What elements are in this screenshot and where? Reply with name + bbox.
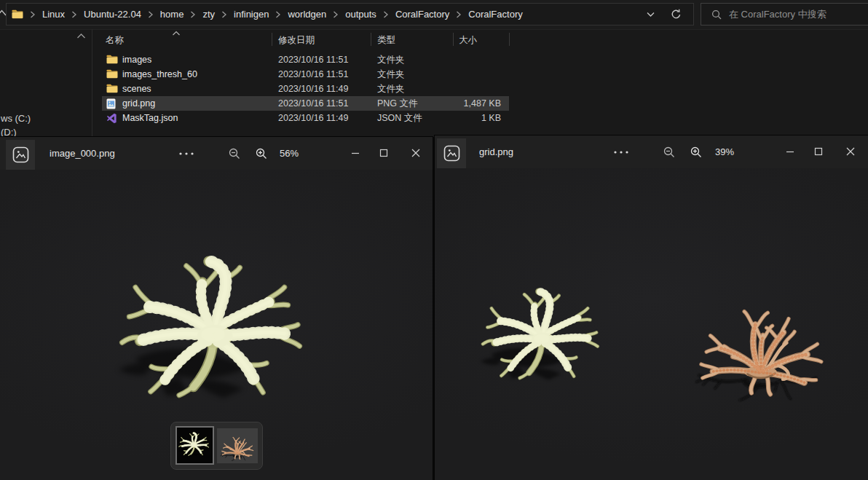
thumbnail-coral-tan bbox=[217, 428, 258, 463]
maximize-icon bbox=[379, 149, 388, 157]
chevron-down-icon[interactable] bbox=[647, 12, 655, 17]
breadcrumb-item[interactable]: infinigen bbox=[231, 9, 272, 20]
breadcrumb-item[interactable]: Linux bbox=[39, 9, 68, 20]
chevron-right-icon[interactable] bbox=[26, 11, 39, 18]
breadcrumb-item[interactable]: zty bbox=[200, 9, 218, 20]
breadcrumb: Linux Ubuntu-22.04 home zty infinigen wo… bbox=[6, 3, 694, 25]
minimize-icon bbox=[786, 147, 794, 156]
close-button[interactable] bbox=[840, 142, 861, 161]
file-name: grid.png bbox=[122, 98, 155, 109]
file-date: 2023/10/16 11:51 bbox=[278, 55, 348, 65]
file-type: PNG 文件 bbox=[377, 98, 418, 110]
file-size: 1,487 KB bbox=[450, 98, 501, 109]
chevron-right-icon[interactable] bbox=[218, 11, 231, 18]
sidebar-item-drive-c[interactable]: ws (C:) bbox=[1, 113, 31, 124]
file-type: 文件夹 bbox=[377, 54, 405, 66]
column-separator[interactable] bbox=[453, 33, 454, 46]
folder-icon[interactable] bbox=[12, 9, 23, 19]
file-date: 2023/10/16 11:51 bbox=[278, 69, 348, 79]
chevron-right-icon[interactable] bbox=[329, 11, 342, 18]
chevron-right-icon[interactable] bbox=[68, 11, 81, 18]
breadcrumb-item[interactable]: home bbox=[157, 9, 187, 20]
file-row-images[interactable]: images 2023/10/16 11:51 文件夹 bbox=[102, 52, 509, 67]
zoom-level: 39% bbox=[715, 146, 734, 157]
maximize-button[interactable] bbox=[373, 143, 395, 162]
chevron-right-icon[interactable] bbox=[452, 11, 465, 18]
sidebar-item-drive-d[interactable]: (D:) bbox=[1, 127, 17, 138]
column-separator[interactable] bbox=[272, 33, 272, 46]
refresh-icon[interactable] bbox=[671, 9, 682, 20]
viewer-title-bar: grid.png 39% bbox=[435, 135, 868, 168]
chevron-right-icon[interactable] bbox=[272, 11, 285, 18]
photos-app-icon bbox=[12, 146, 29, 163]
file-type: 文件夹 bbox=[377, 68, 405, 81]
chevron-right-icon[interactable] bbox=[379, 11, 392, 18]
maximize-icon bbox=[814, 147, 823, 156]
photos-app-icon bbox=[443, 145, 460, 162]
filmstrip bbox=[170, 422, 263, 470]
file-row-grid-png[interactable]: grid.png 2023/10/16 11:51 PNG 文件 1,487 K… bbox=[102, 96, 509, 111]
minimize-icon bbox=[351, 149, 360, 157]
json-file-icon bbox=[106, 113, 117, 124]
minimize-button[interactable] bbox=[344, 143, 366, 162]
sort-ascending-icon bbox=[172, 31, 181, 36]
folder-icon bbox=[106, 55, 118, 64]
viewer-title: grid.png bbox=[479, 146, 513, 157]
explorer-address-bar: Linux Ubuntu-22.04 home zty infinigen wo… bbox=[0, 0, 868, 30]
search-input[interactable]: 在 CoralFactory 中搜索 bbox=[701, 3, 868, 25]
breadcrumb-item[interactable]: CoralFactory bbox=[465, 9, 525, 20]
coral-image-tan bbox=[682, 276, 839, 411]
column-header-date[interactable]: 修改日期 bbox=[278, 34, 315, 47]
maximize-button[interactable] bbox=[808, 142, 829, 161]
close-button[interactable] bbox=[405, 143, 427, 162]
folder-icon bbox=[106, 69, 118, 79]
photos-app-button[interactable] bbox=[437, 138, 466, 168]
file-type: 文件夹 bbox=[377, 83, 405, 95]
viewer-title-bar: image_000.png 56% bbox=[0, 137, 433, 170]
minimize-button[interactable] bbox=[779, 142, 801, 161]
file-row-images-thresh-60[interactable]: images_thresh_60 2023/10/16 11:51 文件夹 bbox=[102, 67, 509, 82]
column-separator[interactable] bbox=[509, 33, 510, 46]
zoom-in-icon[interactable] bbox=[690, 146, 702, 158]
more-options-icon[interactable] bbox=[178, 151, 197, 157]
zoom-out-icon[interactable] bbox=[663, 146, 675, 158]
file-date: 2023/10/16 11:49 bbox=[278, 84, 348, 94]
file-name: MaskTag.json bbox=[122, 113, 178, 123]
breadcrumb-item[interactable]: outputs bbox=[342, 9, 379, 20]
close-icon bbox=[411, 149, 420, 157]
file-date: 2023/10/16 11:49 bbox=[278, 113, 348, 123]
filmstrip-thumbnail-selected[interactable] bbox=[175, 426, 214, 465]
scroll-up-icon[interactable] bbox=[76, 33, 86, 39]
zoom-level: 56% bbox=[280, 148, 299, 159]
photos-window-image-000: image_000.png 56% bbox=[0, 137, 433, 480]
folder-icon bbox=[106, 84, 118, 93]
photos-app-button[interactable] bbox=[6, 140, 35, 170]
close-icon bbox=[846, 147, 855, 156]
file-name: images_thresh_60 bbox=[122, 69, 197, 79]
filmstrip-thumbnail[interactable] bbox=[217, 428, 258, 463]
file-type: JSON 文件 bbox=[377, 112, 422, 125]
photo-canvas bbox=[0, 170, 433, 480]
column-header-name[interactable]: 名称 bbox=[106, 34, 124, 47]
file-row-scenes[interactable]: scenes 2023/10/16 11:49 文件夹 bbox=[102, 82, 509, 96]
search-placeholder: 在 CoralFactory 中搜索 bbox=[729, 8, 826, 21]
zoom-out-icon[interactable] bbox=[229, 148, 240, 160]
file-row-masktag-json[interactable]: MaskTag.json 2023/10/16 11:49 JSON 文件 1 … bbox=[102, 111, 509, 125]
zoom-in-icon[interactable] bbox=[256, 148, 267, 160]
breadcrumb-item[interactable]: worldgen bbox=[285, 9, 329, 20]
chevron-right-icon[interactable] bbox=[144, 11, 157, 18]
file-size: 1 KB bbox=[450, 113, 501, 123]
more-options-icon[interactable] bbox=[612, 149, 631, 155]
breadcrumb-item[interactable]: Ubuntu-22.04 bbox=[81, 9, 144, 20]
search-icon bbox=[711, 9, 722, 20]
file-explorer-window: Linux Ubuntu-22.04 home zty infinigen wo… bbox=[0, 0, 868, 137]
column-header-type[interactable]: 类型 bbox=[377, 34, 395, 47]
column-separator[interactable] bbox=[371, 33, 371, 46]
file-name: images bbox=[122, 55, 151, 65]
breadcrumb-item[interactable]: CoralFactory bbox=[392, 9, 452, 20]
column-header-size[interactable]: 大小 bbox=[459, 34, 477, 47]
image-file-icon bbox=[106, 98, 116, 109]
thumbnail-coral-green bbox=[177, 428, 213, 463]
chevron-right-icon[interactable] bbox=[186, 11, 200, 18]
file-date: 2023/10/16 11:51 bbox=[278, 98, 348, 109]
